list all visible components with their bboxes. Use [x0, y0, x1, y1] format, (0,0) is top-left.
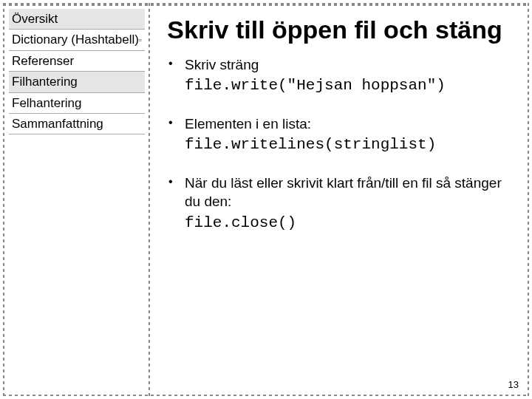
- sidebar-item-errorhandling[interactable]: Felhantering: [9, 93, 145, 114]
- list-item: Elementen i en lista: file.writelines(st…: [164, 115, 505, 156]
- code-line: file.writelines(stringlist): [185, 134, 505, 155]
- sidebar-item-dictionary[interactable]: Dictionary (Hashtabell) ▫: [9, 30, 145, 50]
- list-item: Skriv sträng file.write("Hejsan hoppsan"…: [164, 55, 505, 97]
- bullet-list: Skriv sträng file.write("Hejsan hoppsan"…: [164, 55, 505, 234]
- sidebar-item-label: Referenser: [12, 54, 74, 68]
- outline-sidebar: Översikt Dictionary (Hashtabell) ▫ Refer…: [6, 6, 148, 393]
- sidebar-item-label: Filhantering: [12, 75, 78, 89]
- sidebar-item-label: Sammanfattning: [12, 117, 103, 131]
- sidebar-item-references[interactable]: Referenser: [9, 51, 145, 72]
- bullet-text: När du läst eller skrivit klart från/til…: [185, 175, 502, 210]
- bullet-text: Skriv sträng: [185, 57, 259, 72]
- code-line: file.close(): [185, 213, 505, 233]
- sidebar-item-overview[interactable]: Översikt: [9, 9, 145, 30]
- list-item: När du läst eller skrivit klart från/til…: [164, 174, 505, 234]
- sidebar-item-label: Dictionary (Hashtabell): [12, 33, 139, 47]
- sidebar-item-label: Felhantering: [12, 96, 82, 110]
- sidebar-item-filehandling[interactable]: Filhantering: [9, 72, 145, 92]
- sidebar-item-summary[interactable]: Sammanfattning: [9, 114, 145, 134]
- sidebar-item-label: Översikt: [12, 12, 58, 26]
- slide-title: Skriv till öppen fil och stäng: [164, 15, 505, 45]
- page-number: 13: [508, 379, 519, 390]
- expand-icon: ▫: [139, 35, 142, 45]
- slide-content: Skriv till öppen fil och stäng Skriv str…: [152, 6, 525, 393]
- bullet-text: Elementen i en lista:: [185, 116, 311, 132]
- code-line: file.write("Hejsan hoppsan"): [185, 75, 505, 96]
